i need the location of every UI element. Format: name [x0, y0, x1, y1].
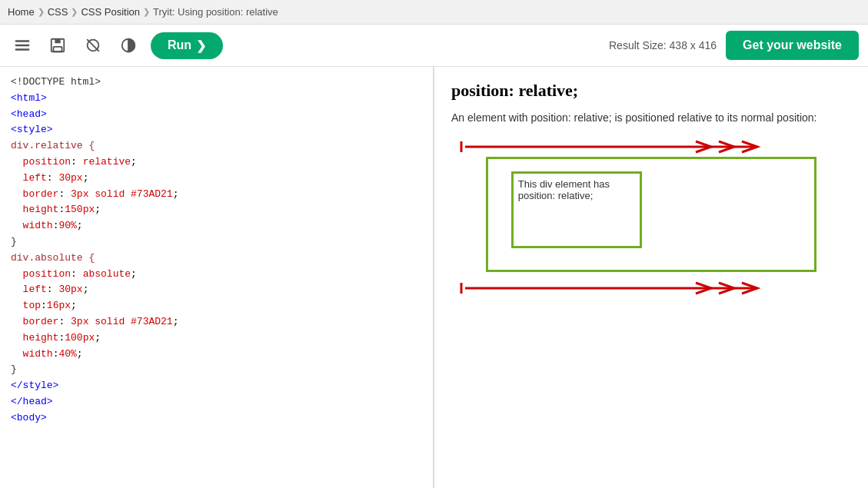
breadcrumb-home[interactable]: Home: [8, 6, 35, 18]
get-website-button[interactable]: Get your website: [726, 31, 859, 60]
breadcrumb-css-link[interactable]: CSS: [48, 6, 68, 18]
bottom-arrow-svg: [457, 280, 788, 297]
code-line: <body>: [11, 410, 422, 427]
preview-title: position: relative;: [451, 81, 851, 101]
toolbar: Run ❯ Result Size: 438 x 416 Get your we…: [0, 25, 868, 67]
code-line: <head>: [11, 107, 422, 123]
svg-rect-4: [55, 39, 60, 44]
breadcrumb-current: Tryit: Using position: relative: [153, 6, 278, 18]
contrast-icon[interactable]: [115, 32, 141, 58]
code-line: <style>: [11, 122, 422, 138]
code-line: }: [11, 234, 422, 251]
code-line: left: 30px;: [11, 171, 422, 187]
code-line: </style>: [11, 378, 422, 394]
code-line: width:90%;: [11, 218, 422, 234]
breadcrumb-home-link[interactable]: Home: [8, 6, 35, 18]
breadcrumb-css-position-link[interactable]: CSS Position: [81, 6, 140, 18]
rotate-icon[interactable]: [80, 32, 106, 58]
code-editor[interactable]: <!DOCTYPE html> <html> <head> <style> di…: [0, 67, 434, 488]
menu-icon[interactable]: [9, 32, 35, 58]
relative-box: This div element hasposition: relative;: [486, 157, 817, 272]
code-line: border: 3px solid #73AD21;: [11, 314, 422, 330]
breadcrumb-css[interactable]: CSS: [48, 6, 68, 18]
top-arrow-svg: [457, 138, 788, 155]
breadcrumb: Home ❯ CSS ❯ CSS Position ❯ Tryit: Using…: [0, 0, 868, 25]
code-line: }: [11, 362, 422, 378]
svg-rect-5: [54, 47, 62, 51]
run-button[interactable]: Run ❯: [151, 32, 223, 59]
code-line: div.relative {: [11, 138, 422, 154]
absolute-box: This div element hasposition: relative;: [511, 171, 642, 248]
code-line: <!DOCTYPE html>: [11, 75, 422, 91]
top-arrow-row: [451, 138, 851, 155]
breadcrumb-arrow-2: ❯: [71, 7, 78, 17]
preview-panel: position: relative; An element with posi…: [434, 67, 868, 488]
code-line: border: 3px solid #73AD21;: [11, 187, 422, 203]
code-line: position: absolute;: [11, 267, 422, 283]
code-line: top:16px;: [11, 298, 422, 314]
code-line: height:150px;: [11, 202, 422, 218]
code-line: </head>: [11, 394, 422, 410]
save-icon[interactable]: [45, 32, 71, 58]
result-size-label: Result Size: 438 x 416: [609, 39, 717, 51]
breadcrumb-arrow-1: ❯: [38, 7, 45, 17]
code-line: div.absolute {: [11, 251, 422, 267]
code-line: height:100px;: [11, 330, 422, 347]
preview-description: An element with position: relative; is p…: [451, 110, 851, 126]
relative-container: This div element hasposition: relative;: [467, 157, 835, 272]
code-line: left: 30px;: [11, 282, 422, 298]
code-line: width:40%;: [11, 347, 422, 363]
code-line: <html>: [11, 91, 422, 107]
main-area: <!DOCTYPE html> <html> <head> <style> di…: [0, 67, 868, 488]
bottom-arrow-row: [451, 280, 851, 297]
code-line: position: relative;: [11, 154, 422, 171]
breadcrumb-css-position[interactable]: CSS Position: [81, 6, 140, 18]
breadcrumb-arrow-3: ❯: [143, 7, 150, 17]
